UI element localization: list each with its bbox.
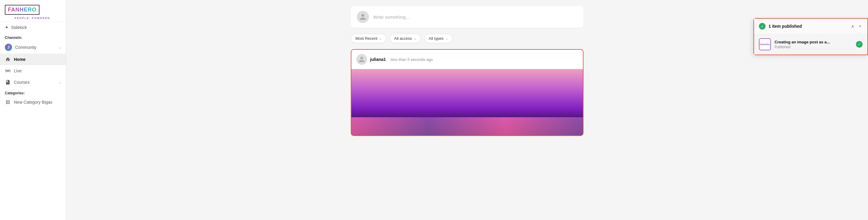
notification-title: 1 item published — [769, 24, 847, 29]
sidekick-label: Sidekick — [11, 25, 27, 30]
home-icon — [5, 56, 11, 62]
most-recent-filter[interactable]: Most Recent ⌄ — [351, 34, 386, 43]
notif-done-icon: ✓ — [856, 41, 863, 48]
user-avatar — [357, 11, 369, 23]
notification-item: FANHERO Creating an image post as a... P… — [754, 34, 867, 55]
all-types-filter[interactable]: All types ⌄ — [424, 34, 453, 43]
notification-controls: ∧ × — [850, 23, 863, 29]
live-label: Live — [14, 68, 22, 73]
notification-content: Creating an image post as a... Published — [775, 40, 852, 49]
channels-label: Channels: — [0, 33, 66, 41]
channel-letter: J — [5, 44, 12, 51]
filters-row: Most Recent ⌄ All access ⌄ All types ⌄ — [351, 34, 584, 43]
chevron-down-icon: ⌄ — [414, 37, 416, 40]
post-card: juliana1 less than 5 seconds ago — [351, 49, 584, 136]
fanhero-logo-text: FANHERO — [760, 43, 770, 45]
logo-box: FANHERO — [5, 5, 39, 15]
collapse-button[interactable]: ∧ — [850, 23, 855, 29]
svg-point-0 — [7, 70, 9, 72]
community-label: Community — [15, 45, 36, 50]
chevron-down-icon: ⌄ — [445, 37, 448, 40]
logo-tagline: PEOPLE. POWERED. — [5, 17, 61, 20]
all-access-filter[interactable]: All access ⌄ — [390, 34, 421, 43]
write-post-box[interactable]: Write something... — [351, 6, 584, 28]
close-button[interactable]: × — [858, 23, 863, 29]
courses-label: Courses — [14, 80, 30, 85]
post-header: juliana1 less than 5 seconds ago — [351, 49, 584, 70]
most-recent-label: Most Recent — [355, 36, 377, 41]
all-types-label: All types — [429, 36, 444, 41]
post-image-gradient — [351, 117, 583, 135]
sidebar-item-live[interactable]: Live — [0, 65, 66, 76]
post-image — [351, 69, 583, 135]
chevron-down-icon: ⌄ — [58, 45, 61, 50]
sidebar-item-new-category[interactable]: New Category Bigas — [0, 96, 66, 108]
home-label: Home — [14, 57, 26, 62]
courses-icon — [5, 79, 11, 85]
chevron-down-icon-courses: ⌄ — [58, 80, 61, 84]
published-check-icon: ✓ — [759, 23, 766, 30]
sidebar-item-home[interactable]: Home — [0, 54, 66, 65]
categories-label: Categories: — [0, 88, 66, 96]
sidebar: FANHERO PEOPLE. POWERED. ✦ Sidekick Chan… — [0, 0, 66, 220]
post-time: less than 5 seconds ago — [391, 57, 433, 62]
sidebar-item-courses[interactable]: Courses ⌄ — [0, 76, 66, 88]
grid-icon — [5, 99, 11, 105]
logo-area: FANHERO PEOPLE. POWERED. — [0, 0, 66, 22]
main-content: Write something... Most Recent ⌄ All acc… — [66, 0, 868, 220]
all-access-label: All access — [394, 36, 412, 41]
content-area: Write something... Most Recent ⌄ All acc… — [344, 0, 591, 142]
post-author-avatar — [356, 54, 367, 65]
wand-icon: ✦ — [5, 25, 9, 30]
notif-post-title: Creating an image post as a... — [775, 40, 852, 44]
fanhero-logo-small: FANHERO — [759, 38, 771, 50]
live-icon — [5, 68, 11, 74]
chevron-down-icon: ⌄ — [379, 37, 381, 40]
logo-text: FANHERO — [8, 7, 36, 13]
post-username: juliana1 — [370, 57, 386, 62]
new-category-label: New Category Bigas — [14, 100, 53, 104]
write-placeholder[interactable]: Write something... — [373, 14, 578, 20]
notif-status: Published — [775, 45, 852, 49]
notification-panel: ✓ 1 item published ∧ × FANHERO Creating … — [753, 18, 868, 55]
community-channel-item[interactable]: J Community ⌄ — [0, 41, 66, 54]
notification-header: ✓ 1 item published ∧ × — [754, 19, 867, 34]
sidekick-item[interactable]: ✦ Sidekick — [0, 22, 66, 33]
